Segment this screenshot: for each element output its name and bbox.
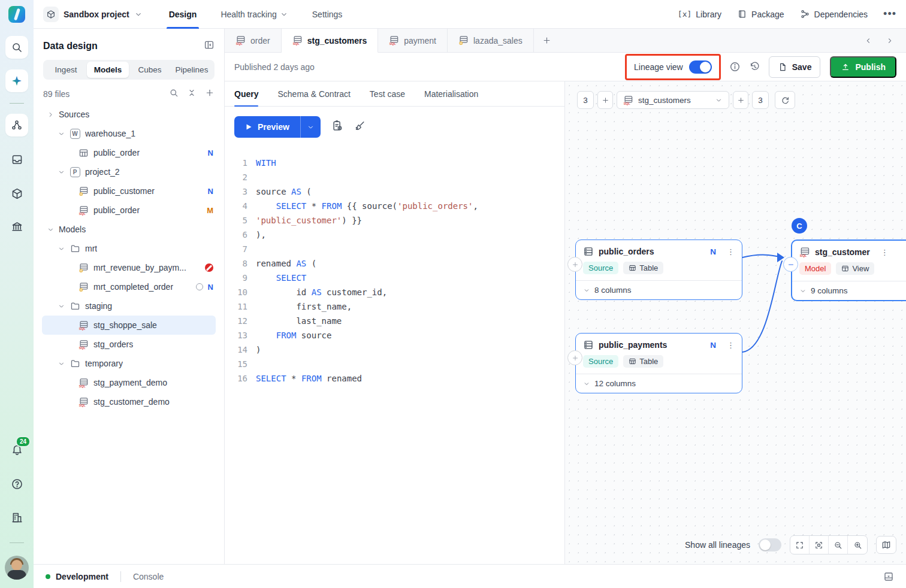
tab-scroll-right-icon[interactable] [886,37,894,45]
tree-item-warehouse-1[interactable]: Wwarehouse_1 [34,124,224,143]
console-button[interactable]: Console [133,572,164,581]
save-button[interactable]: Save [769,56,821,78]
node-columns-toggle[interactable]: 8 columns [576,280,742,299]
nav-item-settings[interactable]: Settings [312,0,343,29]
collapse-port[interactable] [783,257,798,272]
info-icon[interactable] [729,61,741,72]
ai-sparkle-icon[interactable] [5,69,28,92]
subtab-materialisation[interactable]: Materialisation [424,81,478,106]
editor-tab-stg_customers[interactable]: SQLstg_customers [282,29,379,53]
subtab-test-case[interactable]: Test case [370,81,405,106]
downstream-plus-button[interactable] [733,91,748,109]
expand-upstream-port[interactable] [567,350,582,365]
expand-upstream-port[interactable] [567,257,582,272]
organization-icon[interactable] [10,510,24,525]
node-letter-badge: C [792,218,807,234]
node-menu-icon[interactable]: ⋮ [727,248,735,256]
preview-button[interactable]: Preview [234,116,321,138]
zoom-out-icon[interactable] [829,536,848,554]
lineage-icon[interactable] [5,114,28,137]
chevron-down-icon[interactable] [58,168,67,176]
panel-tab-cubes[interactable]: Cubes [129,62,171,78]
query-settings-icon[interactable] [331,120,343,134]
upstream-plus-button[interactable] [597,91,613,109]
topbar-dependencies-button[interactable]: Dependencies [800,9,868,19]
warehouse-bank-icon[interactable] [10,219,24,234]
chevron-down-icon[interactable] [58,245,67,253]
lineage-node-public_payments[interactable]: public_payments N ⋮ SourceTable 12 colum… [575,333,742,393]
nav-item-design[interactable]: Design [169,0,197,29]
tree-item-temporary[interactable]: temporary [34,354,224,373]
app-logo[interactable] [8,6,25,23]
node-menu-icon[interactable]: ⋮ [881,248,889,256]
tree-item-stg-orders[interactable]: SQLstg_orders [34,335,224,354]
panel-tab-pipelines[interactable]: Pipelines [171,62,213,78]
ingest-tray-icon[interactable] [10,152,24,166]
history-icon[interactable] [749,61,760,72]
tree-item-stg-payment-demo[interactable]: SQLstg_payment_demo [34,373,224,392]
tree-item-stg-customer-demo[interactable]: SQLstg_customer_demo [34,392,224,411]
add-file-icon[interactable] [205,88,215,100]
subtab-schema-contract[interactable]: Schema & Contract [277,81,350,106]
more-options-icon[interactable]: ••• [883,8,896,20]
chevron-down-icon[interactable] [58,360,67,368]
project-switcher[interactable]: Sandbox project [43,7,143,22]
zoom-in-icon[interactable] [848,536,867,554]
lineage-view-toggle[interactable] [689,60,712,74]
chevron-down-icon[interactable] [58,130,67,138]
node-columns-toggle[interactable]: 12 columns [576,374,742,393]
search-files-icon[interactable] [169,88,179,100]
chevron-down-icon[interactable] [58,302,67,310]
user-avatar[interactable] [5,556,29,580]
show-all-lineages-toggle[interactable] [759,538,781,551]
panel-tab-models[interactable]: Models [87,62,129,78]
publish-button[interactable]: Publish [830,56,896,78]
lineage-canvas[interactable]: 3 SQL stg_customers 3 [565,81,906,564]
tree-item-public-order[interactable]: public_orderN [34,143,224,162]
preview-dropdown-caret[interactable] [300,116,321,138]
tree-item-project-2[interactable]: Pproject_2 [34,162,224,181]
refresh-lineage-button[interactable] [775,91,795,109]
lineage-node-public_orders[interactable]: public_orders N ⋮ SourceTable 8 columns [575,240,742,300]
new-tab-button[interactable] [534,29,560,52]
topbar-library-button[interactable]: [x]Library [678,10,721,19]
upstream-depth-value[interactable]: 3 [577,91,594,109]
tree-item-mrt[interactable]: mrt [34,239,224,258]
environment-selector[interactable]: Development [46,572,108,581]
downstream-depth-value[interactable]: 3 [752,91,769,109]
help-icon[interactable] [10,477,24,491]
package-cube-icon[interactable] [10,186,24,201]
node-columns-toggle[interactable]: 9 columns [792,281,906,300]
tree-item-models[interactable]: Models [34,220,224,239]
search-icon[interactable] [5,36,28,59]
subtab-query[interactable]: Query [234,81,258,106]
tree-item-mrt-revenue-by-paym-[interactable]: mrt_revenue_by_paym... [34,258,224,277]
tree-item-public-customer[interactable]: public_customerN [34,181,224,201]
collapse-all-icon[interactable] [187,88,197,100]
collapse-panel-icon[interactable] [204,40,215,53]
tree-item-sources[interactable]: Sources [34,105,224,124]
sql-editor[interactable]: 1WITH23source AS (4 SELECT * FROM {{ sou… [225,144,564,386]
tree-item-mrt-completed-order[interactable]: mrt_completed_orderN [34,277,224,296]
lineage-model-selector[interactable]: SQL stg_customers [617,91,729,109]
fit-view-icon[interactable] [810,536,829,554]
format-broom-icon[interactable] [354,120,366,134]
chevron-right-icon[interactable] [47,111,56,119]
tree-item-public-order[interactable]: SQLpublic_orderM [34,201,224,220]
nav-item-health-tracking[interactable]: Health tracking [221,0,288,29]
topbar-package-button[interactable]: Package [737,9,784,19]
tree-item-staging[interactable]: staging [34,296,224,316]
panel-tab-ingest[interactable]: Ingest [45,62,87,78]
editor-tab-order[interactable]: SQLorder [225,29,282,52]
tree-item-stg-shoppe-sale[interactable]: SQLstg_shoppe_sale [42,316,216,335]
lineage-node-stg_customer[interactable]: SQL stg_customer ⋮ ModelView 9 columns [791,240,906,301]
node-menu-icon[interactable]: ⋮ [727,341,735,349]
fullscreen-icon[interactable] [790,536,810,554]
minimap-icon[interactable] [876,536,896,554]
project-letter-icon: P [70,166,80,177]
editor-tab-lazada_sales[interactable]: lazada_sales [448,29,534,52]
chevron-down-icon[interactable] [47,226,56,234]
tab-scroll-left-icon[interactable] [864,37,872,45]
toggle-bottom-panel-icon[interactable] [883,571,894,582]
editor-tab-payment[interactable]: SQLpayment [378,29,448,52]
